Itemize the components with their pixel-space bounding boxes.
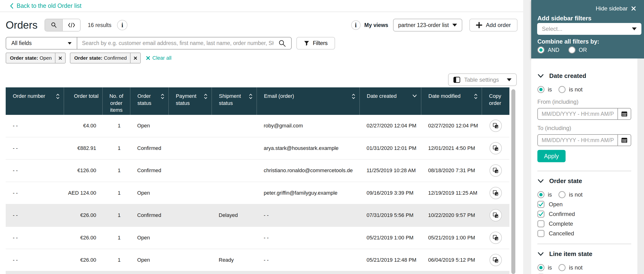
cell-order-total: €26.00 (64, 227, 102, 249)
column-header-order-number[interactable]: Order number (6, 87, 64, 115)
copy-order-button[interactable] (490, 187, 502, 199)
chip-remove-button[interactable] (55, 53, 65, 63)
filters-button[interactable]: Filters (296, 37, 335, 49)
copy-icon (492, 257, 499, 263)
column-header-order-total: Order total (64, 87, 102, 115)
view-selector-dropdown[interactable]: partner 123-order list (393, 19, 462, 31)
is-not-radio[interactable] (558, 191, 566, 198)
checkbox-label: Confirmed (549, 211, 575, 217)
table-row[interactable]: - -€26.001Open- -05/21/2019 1:00 PM05/21… (6, 227, 510, 249)
date-to-input[interactable] (538, 135, 618, 146)
add-order-button[interactable]: Add order (470, 19, 518, 31)
table-row[interactable]: - -€126.001Confirmedchristiano.ronaldo@c… (6, 160, 510, 182)
search-icon[interactable] (278, 39, 291, 47)
cell-email: arya.stark@housestark.example (256, 137, 360, 159)
copy-icon (492, 145, 499, 151)
column-header-no-of-order-items: No. of order items (102, 87, 130, 115)
section-title: Line item state (549, 250, 592, 258)
clear-all-filters[interactable]: Clear all (146, 55, 172, 61)
column-header-date-created[interactable]: Date created (360, 87, 421, 115)
copy-icon (492, 190, 499, 196)
search-bar: All fields (6, 37, 292, 49)
cell-items: 1 (102, 115, 130, 137)
is-not-radio[interactable] (558, 86, 566, 93)
column-label: Payment status (176, 93, 202, 115)
cell-copy-order (482, 182, 510, 204)
copy-order-button[interactable] (490, 232, 502, 244)
filter-option-complete[interactable]: Complete (538, 220, 631, 227)
sort-carets-icon (56, 93, 60, 100)
order-state-section-header[interactable]: Order state (538, 177, 631, 185)
checkbox[interactable] (538, 201, 544, 208)
checkbox[interactable] (538, 230, 544, 237)
code-view-toggle[interactable] (63, 19, 80, 31)
column-header-order-status[interactable]: Order status (130, 87, 168, 115)
cell-date-modified: 06/04/2019 5:12 PM (421, 249, 482, 271)
column-header-email-order[interactable]: Email (order) (256, 87, 360, 115)
info-icon[interactable] (117, 20, 128, 30)
chevron-down-icon (412, 93, 417, 99)
copy-order-button[interactable] (490, 142, 502, 154)
table-header-row: Order numberOrder totalNo. of order item… (6, 87, 510, 115)
cell-items: 1 (102, 160, 130, 182)
is-radio[interactable] (538, 264, 544, 271)
chip-label: Order state: Open (6, 55, 55, 61)
filter-option-cancelled[interactable]: Cancelled (538, 230, 631, 237)
checkbox[interactable] (538, 220, 544, 227)
is-radio[interactable] (538, 86, 544, 93)
and-radio[interactable] (538, 46, 544, 53)
table-row[interactable]: - -€4.001Openroby@gmail.com02/27/2020 12… (6, 115, 510, 137)
is-radio[interactable] (538, 191, 544, 198)
table-settings-dropdown[interactable]: Table settings (448, 73, 517, 86)
filter-option-open[interactable]: Open (538, 201, 631, 208)
checkmark-icon (538, 202, 544, 207)
copy-order-button[interactable] (490, 120, 502, 132)
sidebar-filter-select[interactable]: Select... (537, 23, 642, 35)
chip-remove-button[interactable] (130, 53, 140, 63)
copy-order-button[interactable] (490, 209, 502, 222)
date-from-field (538, 108, 631, 120)
or-radio[interactable] (568, 46, 576, 53)
date-created-section-header[interactable]: Date created (538, 72, 631, 80)
table-row[interactable]: - -€882.911Confirmedarya.stark@housestar… (6, 137, 510, 160)
horizontal-scrollbar[interactable] (6, 271, 510, 274)
search-field-selector[interactable]: All fields (6, 37, 77, 49)
checkbox[interactable] (538, 211, 544, 218)
hide-sidebar-label: Hide sidebar (596, 5, 628, 12)
column-header-payment-status[interactable]: Payment status (168, 87, 212, 115)
column-label: Order number (13, 93, 45, 115)
table-row[interactable]: - -AED 124.001Openpeter.griffin@familygu… (6, 182, 510, 205)
filter-chip-confirmed: Order state: Confirmed (70, 52, 141, 63)
sidebar-scrollbar[interactable] (637, 58, 644, 274)
is-not-radio[interactable] (558, 264, 566, 271)
date-from-input[interactable] (538, 108, 618, 119)
copy-order-button[interactable] (490, 254, 502, 266)
table-row[interactable]: - -€26.001OpenReady- -05/21/2019 12:48 P… (6, 249, 510, 272)
filter-option-confirmed[interactable]: Confirmed (538, 211, 631, 218)
cell-date-modified: 02/27/2020 12:04 PM (421, 115, 482, 137)
back-link[interactable]: Back to the old Order list (10, 2, 82, 9)
hide-sidebar-button[interactable]: Hide sidebar (596, 5, 636, 12)
copy-icon (492, 167, 499, 174)
table-settings-label: Table settings (464, 76, 499, 83)
cell-order-number: - - (6, 204, 64, 226)
back-link-label: Back to the old Order list (16, 2, 82, 9)
cell-order-number: - - (6, 115, 64, 137)
vertical-scrollbar[interactable] (511, 89, 515, 274)
search-input[interactable] (77, 37, 278, 49)
calendar-icon[interactable] (618, 108, 631, 119)
date-created-is-row: is is not (538, 86, 631, 93)
results-count: 16 results (88, 22, 111, 28)
my-views-info-icon[interactable] (351, 20, 360, 30)
line-item-state-section-header[interactable]: Line item state (538, 250, 631, 258)
calendar-icon[interactable] (618, 135, 631, 146)
apply-button[interactable]: Apply (538, 150, 566, 162)
list-view-toggle[interactable] (45, 19, 63, 31)
code-icon (68, 22, 75, 28)
table-row[interactable]: - -€26.001ConfirmedDelayed- -07/31/2019 … (6, 204, 510, 227)
column-header-date-modified[interactable]: Date modified (421, 87, 482, 115)
copy-order-button[interactable] (490, 164, 502, 177)
cell-order-number: - - (6, 160, 64, 182)
column-header-shipment-status[interactable]: Shipment status (212, 87, 256, 115)
cell-order-total: €26.00 (64, 249, 102, 271)
